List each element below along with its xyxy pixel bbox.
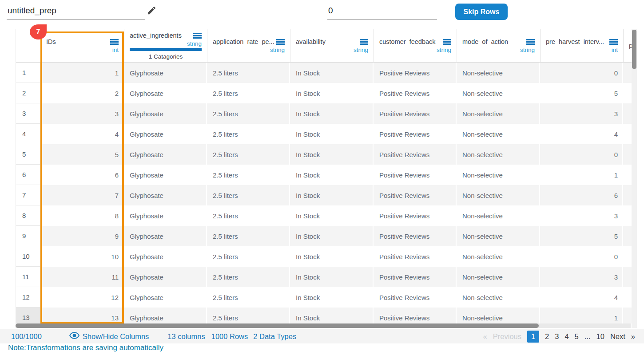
cell-ids: 13: [40, 308, 124, 323]
cell-availability: In Stock: [290, 103, 374, 124]
skip-rows-input[interactable]: [327, 4, 437, 20]
cell-cut_column: [623, 205, 632, 226]
cell-mode_of_action: Non-selective: [457, 103, 540, 124]
cell-availability: In Stock: [290, 185, 374, 205]
eye-icon: [69, 332, 80, 341]
footer-bar: 100/1000 Show/Hide Columns 13 columns 10…: [0, 329, 644, 343]
page-button-4[interactable]: 4: [564, 332, 568, 341]
selected-column-badge: 7: [30, 24, 47, 39]
horizontal-scrollbar-track[interactable]: [16, 323, 631, 328]
cell-ids: 9: [40, 226, 124, 246]
column-header-customer_feedback[interactable]: customer_feedbackstring: [374, 29, 457, 62]
column-menu-icon[interactable]: [443, 39, 451, 45]
column-header-mode_of_action[interactable]: mode_of_actionstring: [457, 29, 540, 62]
cell-application_rate: 2.5 liters: [207, 63, 290, 83]
cell-availability: In Stock: [290, 226, 374, 246]
cell-active_ingredients: Glyphosate: [124, 165, 207, 185]
column-menu-icon[interactable]: [110, 39, 119, 45]
column-title: mode_of_action: [462, 38, 508, 45]
prep-name-input[interactable]: [7, 4, 145, 20]
page-button-10[interactable]: 10: [596, 332, 604, 341]
column-title: IDs: [46, 38, 56, 45]
cell-customer_feedback: Positive Reviews: [374, 63, 457, 83]
page-button-3[interactable]: 3: [555, 332, 559, 341]
rows-count[interactable]: 1000 Rows: [211, 332, 248, 341]
vertical-scrollbar-thumb[interactable]: [632, 30, 636, 69]
page-button-2[interactable]: 2: [545, 332, 549, 341]
cell-cut_column: [623, 246, 632, 267]
columns-count[interactable]: 13 columns: [167, 332, 205, 341]
cell-cut_column: [623, 144, 632, 165]
cell-pre_harvest_interval: 3: [540, 205, 623, 226]
horizontal-scrollbar-thumb[interactable]: [16, 323, 539, 328]
cell-application_rate: 2.5 liters: [207, 185, 290, 205]
column-header-ids[interactable]: IDsint: [40, 29, 124, 62]
cell-mode_of_action: Non-selective: [457, 287, 540, 308]
column-menu-icon[interactable]: [609, 39, 618, 45]
cell-application_rate: 2.5 liters: [207, 103, 290, 124]
column-menu-icon[interactable]: [193, 33, 202, 39]
cell-cut_column: [623, 226, 632, 246]
column-type-label: string: [130, 40, 202, 47]
column-header-cut_column[interactable]: p: [623, 29, 632, 62]
cell-availability: In Stock: [290, 124, 374, 144]
column-title: pre_harvest_interv...: [546, 38, 604, 45]
cell-mode_of_action: Non-selective: [457, 267, 540, 287]
cell-cut_column: [623, 308, 632, 323]
cell-pre_harvest_interval: 1: [540, 165, 623, 185]
column-header-application_rate[interactable]: application_rate_pe...string: [207, 29, 290, 62]
cell-active_ingredients: Glyphosate: [124, 63, 207, 83]
column-title: availability: [296, 38, 326, 45]
column-menu-icon[interactable]: [360, 39, 368, 45]
cell-ids: 12: [40, 287, 124, 308]
cell-ids: 3: [40, 103, 124, 124]
cell-pre_harvest_interval: 1: [540, 308, 623, 323]
cell-customer_feedback: Positive Reviews: [374, 267, 457, 287]
row-number: 13: [16, 308, 40, 323]
cell-customer_feedback: Positive Reviews: [374, 226, 457, 246]
column-menu-icon[interactable]: [526, 39, 535, 45]
cell-mode_of_action: Non-selective: [457, 185, 540, 205]
next-button[interactable]: Next: [610, 332, 625, 341]
cell-mode_of_action: Non-selective: [457, 308, 540, 323]
category-count-label: 1 Catagories: [130, 53, 202, 60]
grid-body: 11Glyphosate2.5 litersIn StockPositive R…: [16, 63, 632, 323]
vertical-scrollbar-track[interactable]: [632, 29, 637, 328]
edit-name-button[interactable]: [147, 5, 157, 17]
row-progress: 100/1000: [11, 332, 42, 341]
cell-active_ingredients: Glyphosate: [124, 124, 207, 144]
column-type-label: int: [46, 47, 119, 53]
row-number: 7: [16, 185, 40, 205]
page-button-1[interactable]: 1: [527, 331, 539, 343]
cell-cut_column: [623, 287, 632, 308]
cell-customer_feedback: Positive Reviews: [374, 124, 457, 144]
row-number: 2: [16, 83, 40, 103]
table-row: 99Glyphosate2.5 litersIn StockPositive R…: [16, 226, 632, 246]
skip-rows-button[interactable]: Skip Rows: [455, 4, 508, 20]
cell-ids: 1: [40, 63, 124, 83]
autosave-note: Note:Transformations are saving automati…: [8, 343, 163, 352]
cell-active_ingredients: Glyphosate: [124, 226, 207, 246]
cell-availability: In Stock: [290, 63, 374, 83]
row-number: 3: [16, 103, 40, 124]
cell-active_ingredients: Glyphosate: [124, 83, 207, 103]
next-arrow[interactable]: »: [631, 332, 635, 341]
table-row: 1010Glyphosate2.5 litersIn StockPositive…: [16, 246, 632, 267]
table-row: 55Glyphosate2.5 litersIn StockPositive R…: [16, 144, 632, 165]
show-hide-columns-button[interactable]: Show/Hide Columns: [69, 332, 149, 341]
cell-ids: 2: [40, 83, 124, 103]
data-types-count[interactable]: 2 Data Types: [253, 332, 296, 341]
cell-pre_harvest_interval: 6: [540, 185, 623, 205]
column-header-active_ingredients[interactable]: active_ingredientsstring1 Catagories: [124, 29, 207, 62]
cell-cut_column: [623, 185, 632, 205]
cell-customer_feedback: Positive Reviews: [374, 205, 457, 226]
table-row: 44Glyphosate2.5 litersIn StockPositive R…: [16, 124, 632, 144]
cell-cut_column: [623, 83, 632, 103]
cell-application_rate: 2.5 liters: [207, 205, 290, 226]
cell-pre_harvest_interval: 4: [540, 124, 623, 144]
column-header-pre_harvest_interval[interactable]: pre_harvest_interv...int: [540, 29, 623, 62]
column-header-availability[interactable]: availabilitystring: [290, 29, 374, 62]
page-button-5[interactable]: 5: [575, 332, 579, 341]
cell-active_ingredients: Glyphosate: [124, 246, 207, 267]
column-menu-icon[interactable]: [276, 39, 285, 45]
